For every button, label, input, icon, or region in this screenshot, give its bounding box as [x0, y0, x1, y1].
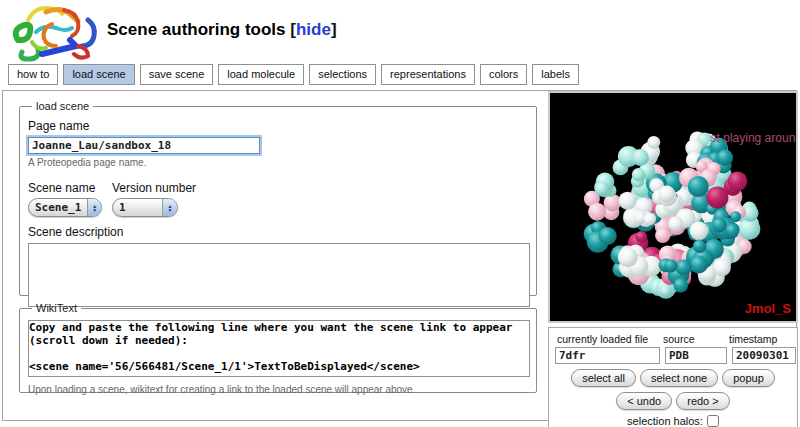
- hide-link[interactable]: hide: [296, 20, 331, 39]
- scene-description-label: Scene description: [28, 225, 530, 239]
- tab-content-panel: load scene Page name A Proteopedia page …: [2, 90, 797, 421]
- page-name-hint: A Proteopedia page name.: [28, 157, 530, 168]
- tab-bar: how to load scene save scene load molecu…: [8, 64, 579, 85]
- wikitext-footnote: Upon loading a scene, wikitext for creat…: [28, 384, 530, 395]
- tab-load-molecule[interactable]: load molecule: [218, 64, 304, 85]
- version-number-value: 1: [113, 201, 162, 214]
- tab-selections[interactable]: selections: [309, 64, 376, 85]
- hide-bracket-close: ]: [331, 20, 337, 39]
- jmol-echo-text: st playing around: [711, 131, 798, 145]
- select-stepper-icon: ▲▼: [162, 199, 177, 216]
- scene-name-label: Scene name: [28, 181, 102, 195]
- page-name-input[interactable]: [28, 137, 260, 154]
- viewer-controls-box: currently loaded file source timestamp s…: [548, 327, 798, 427]
- redo-button[interactable]: redo >: [676, 392, 730, 410]
- select-all-button[interactable]: select all: [571, 369, 636, 387]
- loaded-file-label: currently loaded file: [553, 333, 663, 345]
- jmol-applet[interactable]: st playing around Jmol_S: [548, 91, 798, 323]
- tab-colors[interactable]: colors: [480, 64, 527, 85]
- select-none-button[interactable]: select none: [640, 369, 718, 387]
- source-label: source: [663, 333, 729, 345]
- wikitext-legend: WikiText: [32, 302, 81, 314]
- tab-labels[interactable]: labels: [532, 64, 579, 85]
- tab-save-scene[interactable]: save scene: [140, 64, 214, 85]
- load-scene-legend: load scene: [32, 100, 93, 112]
- loaded-file-input[interactable]: [555, 347, 660, 364]
- viewer-panel: st playing around Jmol_S currently loade…: [548, 91, 798, 427]
- selection-halos-label: selection halos:: [627, 415, 703, 427]
- source-input[interactable]: [665, 347, 727, 364]
- proteopedia-protein-logo: [8, 2, 102, 62]
- page-name-label: Page name: [28, 119, 530, 133]
- timestamp-input[interactable]: [732, 347, 796, 364]
- scene-description-textarea[interactable]: [28, 243, 530, 307]
- protein-spacefill-model: [550, 93, 796, 321]
- wikitext-textarea[interactable]: Copy and paste the following line where …: [28, 320, 530, 377]
- undo-button[interactable]: < undo: [616, 392, 672, 410]
- scene-name-value: Scene_1: [29, 201, 87, 214]
- wikitext-fieldset: WikiText Copy and paste the following li…: [19, 302, 537, 393]
- jmol-logo: Jmol_S: [745, 301, 791, 316]
- timestamp-label: timestamp: [729, 333, 793, 345]
- page-title-text: Scene authoring tools: [107, 20, 286, 39]
- load-scene-fieldset: load scene Page name A Proteopedia page …: [19, 100, 537, 296]
- select-stepper-icon: ▲▼: [87, 199, 101, 216]
- version-number-label: Version number: [112, 181, 196, 195]
- version-number-select[interactable]: 1 ▲▼: [112, 198, 178, 217]
- tab-how-to[interactable]: how to: [8, 64, 58, 85]
- page-title: Scene authoring tools [hide]: [107, 20, 337, 40]
- tab-load-scene[interactable]: load scene: [63, 64, 134, 85]
- tab-representations[interactable]: representations: [381, 64, 475, 85]
- scene-name-select[interactable]: Scene_1 ▲▼: [28, 198, 102, 217]
- selection-halos-checkbox[interactable]: [707, 415, 719, 427]
- popup-button[interactable]: popup: [722, 369, 775, 387]
